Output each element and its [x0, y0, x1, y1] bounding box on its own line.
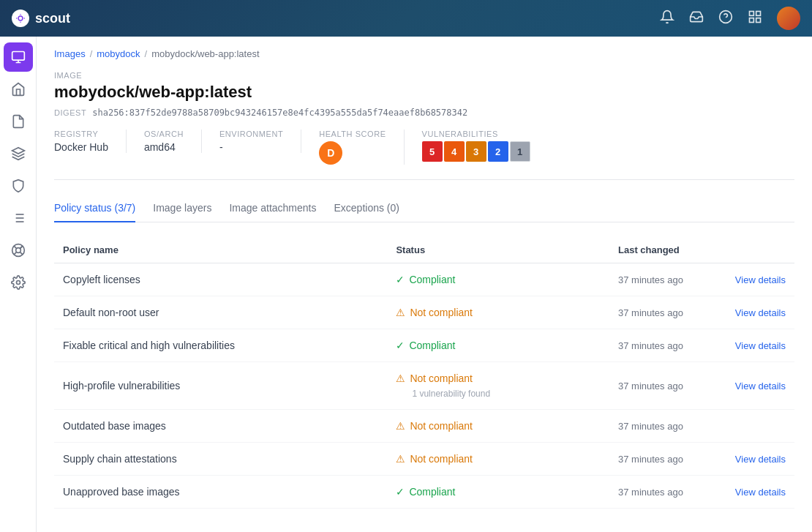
meta-registry-value: Docker Hub: [54, 141, 108, 153]
sidebar-item-home[interactable]: [4, 75, 33, 104]
page-content: IMAGE mobydock/web-app:latest DIGEST sha…: [37, 65, 812, 526]
policy-changed-cell: 37 minutes ago: [609, 476, 721, 509]
policy-action-cell: View details: [721, 329, 794, 362]
policy-name-cell: Unapproved base images: [54, 476, 387, 509]
view-details-link[interactable]: View details: [735, 340, 786, 351]
meta-environment-value: -: [219, 141, 283, 153]
image-title: mobydock/web-app:latest: [54, 83, 794, 102]
brand-logo[interactable]: scout: [12, 10, 70, 27]
col-header-last-changed: Last changed: [609, 237, 721, 263]
metadata-row: REGISTRY Docker Hub OS/ARCH amd64 ENVIRO…: [54, 130, 794, 180]
status-sub-text: 1 vulnerability found: [412, 389, 490, 399]
policy-action-cell: View details: [721, 263, 794, 296]
sidebar-item-shield[interactable]: [4, 171, 33, 201]
view-details-link[interactable]: View details: [735, 274, 786, 285]
status-text: Compliant: [409, 274, 455, 285]
sidebar-item-document[interactable]: [4, 107, 33, 136]
table-row: Fixable critical and high vulnerabilitie…: [54, 329, 794, 362]
policy-changed-cell: 37 minutes ago: [609, 329, 721, 362]
svg-line-17: [14, 246, 17, 249]
svg-line-18: [20, 252, 23, 255]
main-content: Images / mobydock / mobydock/web-app:lat…: [37, 37, 812, 532]
view-details-link[interactable]: View details: [735, 454, 786, 465]
table-header: Policy name Status Last changed: [54, 237, 794, 263]
breadcrumb: Images / mobydock / mobydock/web-app:lat…: [37, 37, 812, 65]
policy-name-cell: Copyleft licenses: [54, 263, 387, 296]
status-text: Not compliant: [410, 453, 473, 465]
policy-name-cell: High-profile vulnerabilities: [54, 362, 387, 410]
col-header-action: [721, 237, 794, 263]
sidebar-item-container[interactable]: [4, 42, 33, 72]
svg-point-22: [16, 281, 20, 285]
status-compliant: ✓Compliant: [396, 486, 601, 498]
view-details-link[interactable]: View details: [735, 381, 786, 391]
image-label: IMAGE: [54, 71, 794, 80]
breadcrumb-mobydock[interactable]: mobydock: [97, 48, 140, 59]
help-icon[interactable]: [718, 10, 733, 28]
warn-icon: ⚠: [396, 372, 405, 384]
col-header-policy-name: Policy name: [54, 237, 387, 263]
svg-line-21: [14, 252, 17, 255]
view-details-link[interactable]: View details: [735, 487, 786, 498]
meta-os-arch: OS/ARCH amd64: [144, 130, 202, 153]
policy-changed-cell: 37 minutes ago: [609, 296, 721, 329]
inbox-icon[interactable]: [689, 10, 704, 28]
digest-row: DIGEST sha256:837f52de9788a58709bc943246…: [54, 108, 794, 118]
status-text: Compliant: [409, 486, 455, 498]
policy-status-cell: ✓Compliant: [387, 329, 609, 362]
view-details-link[interactable]: View details: [735, 307, 786, 318]
tab-image-layers[interactable]: Image layers: [153, 195, 211, 222]
table-row: High-profile vulnerabilities⚠Not complia…: [54, 362, 794, 410]
tab-image-attachments[interactable]: Image attachments: [229, 195, 316, 222]
meta-vulnerabilities: VULNERABILITIES 5 4 3 2 1: [422, 130, 548, 162]
table-row: Copyleft licenses✓Compliant37 minutes ag…: [54, 263, 794, 296]
status-compliant: ✓Compliant: [396, 340, 601, 351]
policy-status-cell: ✓Compliant: [387, 263, 609, 296]
navbar: scout: [0, 0, 812, 37]
policy-status-cell: ✓Compliant: [387, 476, 609, 509]
breadcrumb-images[interactable]: Images: [54, 48, 86, 59]
policy-changed-cell: 37 minutes ago: [609, 443, 721, 476]
sidebar-item-layers[interactable]: [4, 139, 33, 168]
vuln-unspecified: 1: [510, 141, 530, 162]
tab-policy-status[interactable]: Policy status (3/7): [54, 195, 135, 222]
policy-name-cell: Outdated base images: [54, 410, 387, 443]
avatar[interactable]: [777, 7, 800, 30]
svg-point-0: [18, 16, 23, 20]
status-text: Not compliant: [410, 372, 473, 384]
table-row: Outdated base images⚠Not compliant37 min…: [54, 410, 794, 443]
sidebar-item-settings[interactable]: [4, 268, 33, 297]
meta-environment-label: ENVIRONMENT: [219, 130, 283, 138]
bell-icon[interactable]: [660, 10, 674, 28]
policy-action-cell: View details: [721, 296, 794, 329]
brand-name: scout: [35, 11, 70, 26]
sidebar: [0, 37, 37, 532]
policy-status-cell: ⚠Not compliant1 vulnerability found: [387, 362, 609, 410]
table-row: Unapproved base images✓Compliant37 minut…: [54, 476, 794, 509]
policy-status-cell: ⚠Not compliant: [387, 443, 609, 476]
vuln-medium: 3: [466, 141, 486, 162]
tab-exceptions[interactable]: Exceptions (0): [334, 195, 399, 222]
policy-action-cell: View details: [721, 362, 794, 410]
sidebar-item-network[interactable]: [4, 236, 33, 265]
status-text: Compliant: [409, 340, 455, 351]
vuln-high: 4: [444, 141, 465, 162]
grid-icon[interactable]: [748, 10, 762, 28]
svg-marker-8: [12, 148, 24, 154]
policy-action-cell: View details: [721, 443, 794, 476]
meta-environment: ENVIRONMENT -: [219, 130, 301, 153]
policy-action-cell: View details: [721, 476, 794, 509]
breadcrumb-current: mobydock/web-app:latest: [151, 48, 259, 59]
sidebar-item-list[interactable]: [4, 203, 33, 233]
status-noncompliant: ⚠Not compliant: [396, 453, 601, 465]
meta-vuln-label: VULNERABILITIES: [422, 130, 530, 138]
logo-icon: [12, 10, 29, 27]
tabs: Policy status (3/7) Image layers Image a…: [54, 195, 794, 222]
meta-os-arch-value: amd64: [144, 141, 184, 153]
vuln-low: 2: [488, 141, 508, 162]
status-text: Not compliant: [410, 307, 473, 318]
policy-action-cell: [721, 410, 794, 443]
meta-registry-label: REGISTRY: [54, 130, 108, 138]
breadcrumb-sep-1: /: [90, 48, 93, 59]
col-header-status: Status: [387, 237, 609, 263]
